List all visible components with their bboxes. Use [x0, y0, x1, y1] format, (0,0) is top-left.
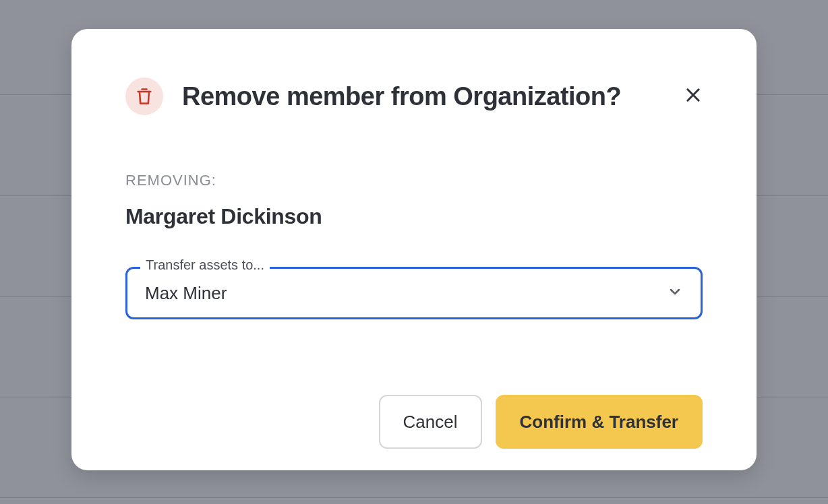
modal-title: Remove member from Organization? — [182, 82, 621, 111]
modal-actions: Cancel Confirm & Transfer — [125, 395, 703, 449]
close-icon — [684, 86, 703, 104]
transfer-assets-field: Transfer assets to... Max Miner — [125, 267, 703, 319]
removing-label: REMOVING: — [125, 172, 703, 189]
close-button[interactable] — [677, 79, 709, 111]
trash-icon — [125, 77, 163, 115]
modal-header: Remove member from Organization? — [125, 77, 703, 115]
transfer-assets-selected-value: Max Miner — [145, 283, 227, 304]
transfer-assets-legend: Transfer assets to... — [140, 257, 270, 273]
confirm-transfer-button[interactable]: Confirm & Transfer — [496, 395, 703, 449]
cancel-button[interactable]: Cancel — [379, 395, 482, 449]
remove-member-modal: Remove member from Organization? REMOVIN… — [71, 29, 757, 470]
chevron-down-icon — [667, 284, 683, 303]
transfer-assets-select[interactable]: Max Miner — [125, 267, 703, 319]
removing-member-name: Margaret Dickinson — [125, 204, 703, 229]
